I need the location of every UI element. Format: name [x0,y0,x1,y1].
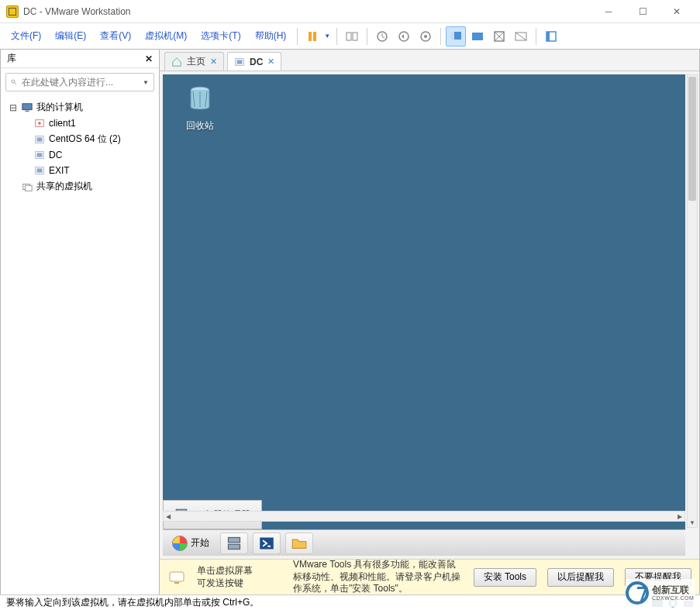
close-button[interactable]: ✕ [660,1,694,22]
recycle-bin-label: 回收站 [177,119,223,133]
app-icon [6,5,19,18]
vm-icon [234,57,245,67]
tree-label: CentOS 64 位 (2) [49,133,121,146]
menu-edit[interactable]: 编辑(E) [49,26,92,46]
view-console-button[interactable] [446,26,466,47]
vm-icon [33,133,46,146]
computer-icon [21,102,33,114]
svg-rect-38 [170,572,184,581]
vertical-scrollbar[interactable]: ▲ ▼ [687,74,698,528]
library-title: 库 [7,52,16,65]
svg-rect-39 [174,582,179,584]
title-bar: DC - VMware Workstation ─ ☐ ✕ [0,0,700,23]
home-icon [171,57,182,67]
svg-rect-2 [347,33,351,40]
library-tree: ⊟ 我的计算机 client1 CentOS 64 位 (2) DC EXIT [1,96,159,594]
remind-later-button[interactable]: 以后提醒我 [547,568,614,587]
svg-point-16 [12,80,15,83]
taskbar-explorer[interactable] [285,532,313,554]
scroll-down-icon[interactable]: ▼ [688,517,697,528]
powershell-icon [259,536,274,551]
tree-label: 共享的虚拟机 [36,180,92,193]
tree-label: 我的计算机 [36,101,83,114]
recycle-bin[interactable]: 回收站 [177,84,223,133]
tab-close-icon[interactable]: ✕ [267,57,274,67]
minimize-button[interactable]: ─ [591,1,626,22]
horizontal-scrollbar[interactable]: ◀ ▶ [163,511,685,522]
status-bar: 要将输入定向到该虚拟机，请在虚拟机内部单击或按 Ctrl+G。 [0,594,700,610]
menu-bar: 文件(F) 编辑(E) 查看(V) 虚拟机(M) 选项卡(T) 帮助(H) ▼ [0,23,700,50]
start-button[interactable]: 开始 [166,534,216,553]
svg-rect-25 [37,153,43,157]
hint-click-line1: 单击虚拟屏幕 [197,565,282,577]
svg-rect-9 [450,32,454,40]
svg-rect-0 [309,32,312,41]
taskbar-powershell[interactable] [253,532,281,554]
svg-rect-15 [547,32,550,41]
library-sidebar: 库 ✕ ▼ ⊟ 我的计算机 client1 CentOS 64 位 (2) [0,50,160,594]
search-input[interactable] [22,77,138,88]
guest-taskbar: 开始 [163,529,685,556]
tree-vm-client1[interactable]: client1 [4,115,156,131]
send-cad-button[interactable] [342,26,362,47]
library-toggle-button[interactable] [541,26,561,47]
search-dropdown[interactable]: ▼ [143,79,149,86]
tab-home[interactable]: 主页 ✕ [164,52,224,71]
svg-rect-35 [229,537,240,542]
menu-view[interactable]: 查看(V) [94,26,137,46]
hint-click-line2: 可发送按键 [197,577,282,590]
view-unity-button[interactable] [511,26,531,47]
svg-line-13 [516,33,526,40]
windows-orb-icon [172,536,188,551]
tree-vm-centos[interactable]: CentOS 64 位 (2) [4,131,156,147]
vm-screen[interactable]: 回收站 服务器管理器 开始 [163,74,685,556]
svg-rect-10 [472,33,483,40]
taskbar-server-manager[interactable] [220,532,248,554]
scroll-right-icon[interactable]: ▶ [674,512,685,521]
snapshot-button[interactable] [372,26,392,47]
tab-label: 主页 [187,55,205,68]
tree-vm-exit[interactable]: EXIT [4,163,156,178]
watermark-line2: CDXWCX.COM [652,595,694,601]
watermark-icon [626,581,649,605]
scroll-thumb[interactable] [688,77,696,201]
main-area: 库 ✕ ▼ ⊟ 我的计算机 client1 CentOS 64 位 (2) [0,50,700,594]
vm-icon [33,149,46,161]
svg-rect-23 [37,137,43,141]
tab-dc[interactable]: DC ✕ [227,52,281,71]
search-icon [11,78,17,87]
power-dropdown[interactable]: ▼ [324,33,332,40]
shared-icon [21,181,33,193]
svg-point-21 [38,122,41,125]
svg-rect-3 [353,33,357,40]
view-fullscreen-button[interactable] [489,26,509,47]
revert-snapshot-button[interactable] [394,26,414,47]
tree-my-computer[interactable]: ⊟ 我的计算机 [4,99,156,115]
pause-vm-button[interactable] [302,26,322,47]
svg-rect-18 [22,103,32,109]
scroll-left-icon[interactable]: ◀ [163,512,174,521]
tab-close-icon[interactable]: ✕ [210,57,217,67]
install-tools-button[interactable]: 安装 Tools [474,568,536,587]
library-search[interactable]: ▼ [5,73,154,91]
vm-icon [33,164,46,177]
menu-file[interactable]: 文件(F) [5,26,47,46]
svg-rect-1 [313,32,316,41]
tree-shared-vms[interactable]: 共享的虚拟机 [4,178,156,195]
guest-desktop[interactable]: 回收站 服务器管理器 开始 [163,74,685,556]
tree-vm-dc[interactable]: DC [4,147,156,163]
menu-vm[interactable]: 虚拟机(M) [139,26,193,46]
tab-bar: 主页 ✕ DC ✕ [160,50,699,71]
snapshot-manager-button[interactable] [416,26,436,47]
vm-view: 回收站 服务器管理器 开始 [160,71,699,559]
menu-help[interactable]: 帮助(H) [249,26,293,46]
svg-line-17 [15,83,17,85]
menu-tabs[interactable]: 选项卡(T) [195,26,247,46]
library-close-button[interactable]: ✕ [145,53,153,64]
window-title: DC - VMware Workstation [23,6,591,17]
maximize-button[interactable]: ☐ [626,1,660,22]
view-thumbnail-button[interactable] [467,26,488,47]
hint-icon [167,569,186,586]
status-text: 要将输入定向到该虚拟机，请在虚拟机内部单击或按 Ctrl+G。 [6,596,259,609]
svg-point-7 [424,35,427,38]
